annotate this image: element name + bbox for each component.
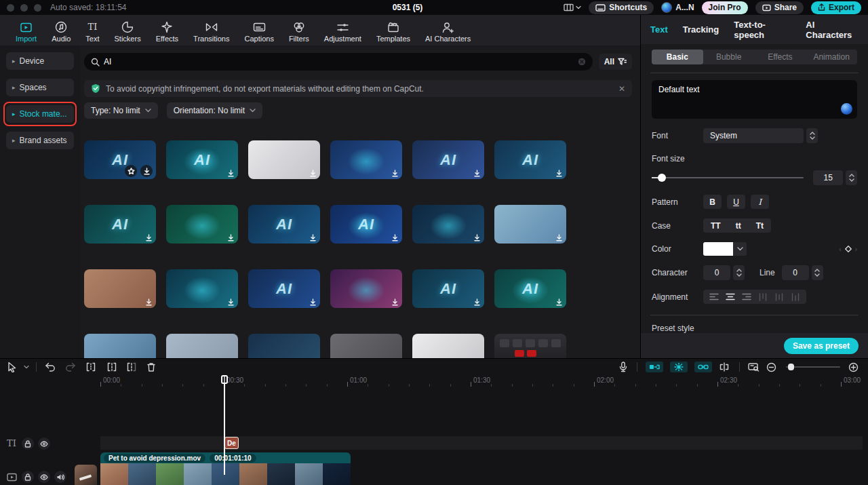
stock-tile[interactable]: [166, 205, 238, 244]
subtab-basic[interactable]: Basic: [652, 50, 703, 64]
tab-transitions[interactable]: Transitions: [186, 21, 237, 43]
split-left-button[interactable]: [85, 362, 96, 372]
playhead[interactable]: [224, 375, 225, 475]
case-option-tt[interactable]: tt: [728, 218, 749, 233]
stock-tile[interactable]: [84, 269, 156, 308]
keyframe-prev-icon[interactable]: ‹: [839, 246, 841, 253]
redo-button[interactable]: [65, 362, 76, 372]
lock-icon[interactable]: [22, 438, 34, 450]
stock-tile[interactable]: [84, 334, 156, 358]
download-icon[interactable]: [473, 170, 481, 177]
font-size-slider[interactable]: [652, 177, 804, 178]
tab-text[interactable]: TIText: [78, 21, 106, 43]
speaker-icon[interactable]: [54, 471, 66, 483]
panel-tab-tracking[interactable]: Tracking: [683, 24, 719, 35]
sidebar-item-brand-assets[interactable]: ▸Brand assets: [6, 132, 74, 149]
stock-tile[interactable]: [494, 205, 566, 244]
share-button[interactable]: Share: [755, 1, 804, 14]
delete-button[interactable]: [146, 362, 156, 372]
bold-button[interactable]: B: [703, 195, 722, 209]
panel-tab-ai-characters[interactable]: AI Characters: [806, 20, 859, 40]
join-pro-button[interactable]: Join Pro: [702, 1, 748, 14]
stock-tile[interactable]: [330, 140, 402, 179]
clear-search-icon[interactable]: [578, 58, 586, 66]
orientation-filter-dropdown[interactable]: Orientation: No limit: [167, 102, 262, 119]
eye-icon[interactable]: [38, 471, 50, 483]
sidebar-item-device[interactable]: ▸Device: [6, 52, 74, 70]
lock-icon[interactable]: [22, 471, 34, 483]
panel-tab-text-to-speech[interactable]: Text-to-speech: [734, 20, 791, 40]
video-clip[interactable]: Pet to avoid depression.mov 00:01:01:10: [100, 452, 351, 485]
stock-tile[interactable]: [494, 334, 566, 358]
favorite-star-icon[interactable]: [125, 165, 137, 177]
keyframe-next-icon[interactable]: ›: [855, 246, 857, 253]
line-spacing-value[interactable]: 0: [782, 265, 809, 280]
stock-tile[interactable]: [248, 334, 320, 358]
tab-captions[interactable]: Captions: [237, 21, 281, 43]
link-toggle[interactable]: [694, 362, 712, 372]
character-spacing-value[interactable]: 0: [703, 265, 730, 280]
zoom-out-icon[interactable]: [766, 362, 776, 372]
tab-filters[interactable]: Filters: [281, 21, 317, 43]
font-size-slider-thumb[interactable]: [658, 174, 666, 182]
stock-tile[interactable]: [412, 205, 484, 244]
download-icon[interactable]: [145, 298, 153, 306]
select-tool-button[interactable]: [7, 362, 17, 372]
close-notice-icon[interactable]: ✕: [618, 84, 625, 94]
window-close-button[interactable]: [7, 4, 14, 12]
character-spacing-stepper[interactable]: [733, 265, 745, 280]
snapping-toggle[interactable]: [670, 362, 688, 372]
sidebar-item-spaces[interactable]: ▸Spaces: [6, 79, 74, 96]
split-right-button[interactable]: [126, 362, 137, 372]
download-icon[interactable]: [145, 234, 153, 241]
download-icon[interactable]: [555, 298, 563, 306]
search-box[interactable]: [84, 53, 593, 71]
tab-audio[interactable]: Audio: [44, 21, 78, 43]
download-icon[interactable]: [309, 298, 317, 306]
window-minimize-button[interactable]: [20, 4, 28, 12]
ai-orb-icon[interactable]: [841, 103, 852, 115]
stock-tile[interactable]: AI: [84, 140, 156, 179]
split-both-button[interactable]: [106, 362, 117, 372]
download-icon[interactable]: [140, 165, 153, 177]
subtab-effects[interactable]: Effects: [755, 50, 806, 64]
stock-tile[interactable]: AI: [412, 269, 484, 308]
eye-icon[interactable]: [38, 438, 50, 450]
timeline-zoom-slider[interactable]: [786, 366, 840, 368]
stock-tile[interactable]: AI: [84, 205, 156, 244]
align-center-icon[interactable]: [722, 290, 738, 304]
sidebar-item-stock-mate[interactable]: ▸Stock mate...: [6, 105, 74, 123]
download-icon[interactable]: [227, 298, 235, 306]
stock-tile[interactable]: [330, 269, 402, 308]
align-left-icon[interactable]: [706, 290, 722, 304]
case-option-tt[interactable]: Tt: [749, 218, 771, 233]
mirror-split-icon[interactable]: [719, 362, 730, 372]
tab-stickers[interactable]: Stickers: [107, 21, 149, 43]
window-zoom-button[interactable]: [34, 4, 41, 12]
keyframe-diamond-icon[interactable]: [844, 245, 852, 253]
italic-button[interactable]: I: [751, 195, 769, 209]
tab-effects[interactable]: Effects: [149, 21, 186, 43]
tab-adjustment[interactable]: Adjustment: [317, 21, 369, 43]
text-content-input[interactable]: Default text: [652, 80, 857, 119]
stock-tile[interactable]: [166, 334, 238, 358]
download-icon[interactable]: [309, 170, 317, 177]
underline-button[interactable]: U: [727, 195, 745, 209]
shortcuts-button[interactable]: Shortcuts: [589, 1, 654, 14]
case-option-tt[interactable]: TT: [703, 218, 728, 233]
download-icon[interactable]: [473, 298, 481, 306]
subtab-animation[interactable]: Animation: [806, 50, 857, 64]
download-icon[interactable]: [391, 298, 399, 306]
layout-switcher-button[interactable]: [564, 3, 581, 12]
stock-tile[interactable]: AI: [494, 269, 566, 308]
search-input[interactable]: [104, 57, 574, 66]
timeline-ruler[interactable]: 00:0000:3001:0001:3002:0002:3003:00: [0, 375, 868, 389]
align-top-icon[interactable]: [755, 290, 771, 304]
stock-tile[interactable]: [248, 140, 320, 179]
download-icon[interactable]: [309, 234, 317, 241]
stock-tile[interactable]: AI: [330, 205, 402, 244]
download-icon[interactable]: [227, 170, 235, 177]
select-tool-chevron-icon[interactable]: [24, 365, 29, 369]
preview-axis-button[interactable]: [748, 362, 760, 372]
stock-tile[interactable]: [330, 334, 402, 358]
